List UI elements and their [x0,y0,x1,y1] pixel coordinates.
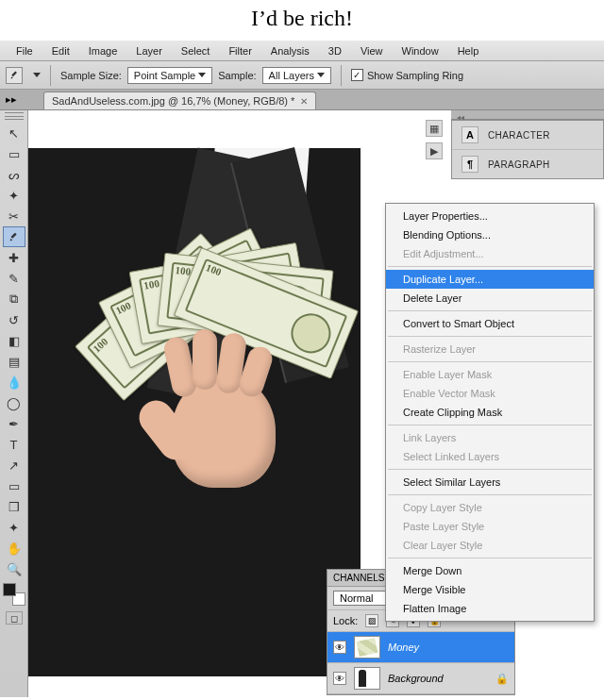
layer-row-money[interactable]: 👁 Money [327,632,514,663]
magic-wand-tool[interactable]: ✦ [3,185,25,206]
context-menu-item-paste-layer-style: Paste Layer Style [386,517,594,536]
move-tool[interactable]: ↖ [3,123,25,143]
visibility-toggle-icon[interactable]: 👁 [333,672,346,685]
menu-analysis[interactable]: Analysis [262,42,318,59]
context-menu-item-create-clipping-mask[interactable]: Create Clipping Mask [386,403,594,422]
menu-layer[interactable]: Layer [127,42,171,59]
page-caption: I’d be rich! [0,0,604,41]
3d-camera-tool[interactable]: ✦ [3,517,25,538]
lock-transparency-icon[interactable]: ▨ [365,614,378,627]
paragraph-label: PARAGRAPH [488,159,550,170]
hand-tool[interactable]: ✋ [3,538,25,558]
menu-select[interactable]: Select [173,42,219,59]
context-menu-item-enable-layer-mask: Enable Layer Mask [386,365,594,384]
path-select-tool[interactable]: ↗ [3,455,25,475]
context-menu-separator [388,310,592,311]
sample-select[interactable]: All Layers [262,67,331,84]
context-menu-item-edit-adjustment: Edit Adjustment... [386,244,594,263]
paragraph-icon: ¶ [461,156,478,173]
separator [341,65,342,86]
lock-label: Lock: [333,615,358,626]
separator [50,65,51,86]
layer-name[interactable]: Money [388,642,509,653]
checkbox-icon: ✓ [351,69,363,81]
blend-mode-value: Normal [340,592,373,604]
3d-tool[interactable]: ❒ [3,496,25,517]
character-panel-tab[interactable]: A CHARACTER [452,121,603,150]
menu-3d[interactable]: 3D [320,42,350,59]
context-menu-item-blending-options[interactable]: Blending Options... [386,225,594,244]
context-menu-item-flatten-image[interactable]: Flatten Image [386,599,594,618]
menu-view[interactable]: View [352,42,392,59]
sample-size-select[interactable]: Point Sample [127,67,212,84]
eyedropper-tool[interactable] [3,226,25,247]
document-tab[interactable]: SadAndUseless.com.jpg @ 16,7% (Money, RG… [43,92,316,109]
context-menu-item-convert-to-smart-object[interactable]: Convert to Smart Object [386,314,594,333]
context-menu-separator [388,494,592,495]
lasso-tool[interactable]: ᔕ [3,164,25,185]
character-label: CHARACTER [488,130,550,141]
blur-tool[interactable]: 💧 [3,372,25,392]
menu-bar: File Edit Image Layer Select Filter Anal… [0,41,604,61]
crop-tool[interactable]: ✂ [3,206,25,226]
context-menu-item-layer-properties[interactable]: Layer Properties... [386,207,594,225]
layer-row-background[interactable]: 👁 Background 🔒 [327,663,514,694]
context-menu-item-select-similar-layers[interactable]: Select Similar Layers [386,473,594,492]
sample-size-label: Sample Size: [60,70,122,81]
panel-grip-icon[interactable]: ▸▸ [6,93,17,106]
eraser-tool[interactable]: ◧ [3,330,25,351]
document-tab-bar: SadAndUseless.com.jpg @ 16,7% (Money, RG… [0,90,604,110]
hand [143,337,294,507]
visibility-toggle-icon[interactable]: 👁 [333,641,346,654]
menu-window[interactable]: Window [394,42,447,59]
spot-heal-tool[interactable]: ✚ [3,247,25,268]
sample-size-value: Point Sample [134,70,195,81]
layer-thumbnail[interactable] [354,636,380,658]
layer-name[interactable]: Background [388,673,488,684]
gradient-tool[interactable]: ▤ [3,351,25,372]
styles-panel-icon[interactable]: ▶ [426,142,443,159]
panel-icons-column: ▦ ▶ [423,120,445,159]
context-menu-separator [388,266,592,267]
document-tab-title: SadAndUseless.com.jpg @ 16,7% (Money, RG… [52,95,294,107]
context-menu-item-merge-down[interactable]: Merge Down [386,561,594,580]
history-brush-tool[interactable]: ↺ [3,309,25,330]
dodge-tool[interactable]: ◯ [3,392,25,413]
foreground-color-swatch[interactable] [3,583,16,596]
shape-tool[interactable]: ▭ [3,475,25,496]
type-tool[interactable]: T [3,434,25,455]
menu-help[interactable]: Help [449,42,488,59]
context-menu-item-merge-visible[interactable]: Merge Visible [386,580,594,599]
panel-grip[interactable]: ◂◂ [451,110,604,120]
pen-tool[interactable]: ✒ [3,413,25,434]
toolbox: ↖ ▭ ᔕ ✦ ✂ ✚ ✎ ⧉ ↺ ◧ ▤ 💧 ◯ ✒ T ↗ ▭ ❒ ✦ ✋ … [0,110,28,697]
context-menu-item-enable-vector-mask: Enable Vector Mask [386,384,594,403]
clone-stamp-tool[interactable]: ⧉ [3,289,25,309]
tool-preset-dropdown-icon[interactable] [33,73,41,77]
context-menu-item-duplicate-layer[interactable]: Duplicate Layer... [386,270,594,289]
context-menu-item-delete-layer[interactable]: Delete Layer [386,289,594,308]
toolbox-grip-icon[interactable] [5,112,24,120]
swatches-panel-icon[interactable]: ▦ [426,120,443,137]
paragraph-panel-tab[interactable]: ¶ PARAGRAPH [452,150,603,178]
sample-label: Sample: [218,70,256,81]
layer-thumbnail[interactable] [354,667,380,690]
menu-edit[interactable]: Edit [43,42,78,59]
zoom-tool[interactable]: 🔍 [3,558,25,579]
character-paragraph-panel: A CHARACTER ¶ PARAGRAPH [451,120,604,179]
quick-mask-toggle[interactable]: ◻ [6,611,23,625]
options-bar: Sample Size: Point Sample Sample: All La… [0,61,604,90]
context-menu-item-select-linked-layers: Select Linked Layers [386,447,594,466]
right-panel-stack: ◂◂ A CHARACTER ¶ PARAGRAPH [451,110,604,179]
show-sampling-ring-checkbox[interactable]: ✓ Show Sampling Ring [351,69,463,81]
menu-file[interactable]: File [8,42,42,59]
menu-filter[interactable]: Filter [220,42,260,59]
lock-icon: 🔒 [495,673,509,685]
show-sampling-ring-label: Show Sampling Ring [367,70,463,81]
marquee-tool[interactable]: ▭ [3,143,25,164]
close-tab-icon[interactable]: ✕ [300,96,308,107]
tool-preset-icon[interactable] [6,67,23,84]
menu-image[interactable]: Image [80,42,126,59]
color-swatches[interactable] [3,583,25,606]
brush-tool[interactable]: ✎ [3,268,25,289]
